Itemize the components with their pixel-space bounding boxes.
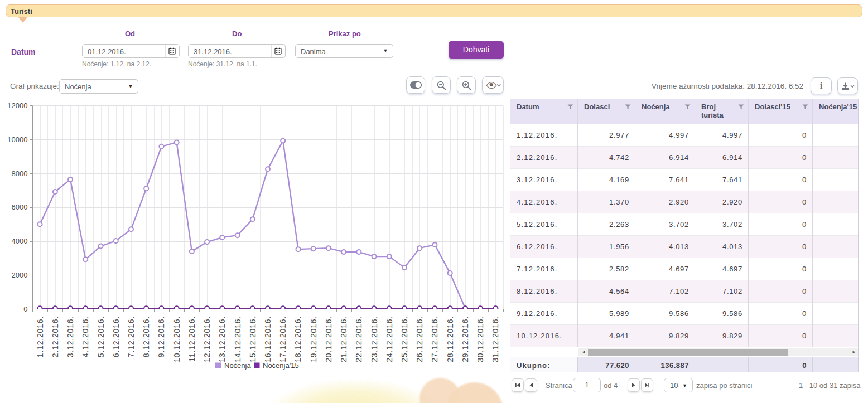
svg-text:22.12.2016.: 22.12.2016. (354, 316, 363, 362)
svg-text:30.12.2016.: 30.12.2016. (476, 316, 485, 362)
svg-text:7.12.2016.: 7.12.2016. (127, 316, 136, 357)
svg-text:31.12.2016.: 31.12.2016. (491, 316, 500, 362)
svg-text:26.12.2016.: 26.12.2016. (415, 316, 424, 362)
svg-text:19.12.2016.: 19.12.2016. (309, 316, 318, 362)
svg-text:24.12.2016.: 24.12.2016. (385, 316, 394, 362)
svg-text:8000: 8000 (12, 169, 28, 178)
svg-text:3.12.2016.: 3.12.2016. (66, 316, 75, 357)
svg-text:4000: 4000 (12, 237, 28, 245)
svg-text:Noćenja'15: Noćenja'15 (263, 361, 299, 370)
svg-text:16.12.2016.: 16.12.2016. (263, 316, 272, 362)
svg-text:6000: 6000 (12, 203, 28, 211)
svg-text:15.12.2016.: 15.12.2016. (248, 316, 257, 362)
svg-text:2.12.2016.: 2.12.2016. (51, 316, 60, 357)
svg-text:11.12.2016.: 11.12.2016. (187, 316, 196, 362)
svg-text:12.12.2016.: 12.12.2016. (202, 316, 211, 362)
svg-text:0: 0 (23, 305, 27, 313)
svg-text:29.12.2016.: 29.12.2016. (461, 316, 470, 362)
svg-text:Noćenja: Noćenja (224, 361, 251, 370)
svg-text:25.12.2016.: 25.12.2016. (400, 316, 409, 362)
svg-text:8.12.2016.: 8.12.2016. (142, 316, 151, 357)
svg-text:4.12.2016.: 4.12.2016. (81, 316, 90, 357)
svg-text:17.12.2016.: 17.12.2016. (278, 316, 287, 362)
svg-text:10.12.2016.: 10.12.2016. (172, 316, 181, 362)
svg-text:1.12.2016.: 1.12.2016. (36, 316, 45, 357)
svg-text:21.12.2016.: 21.12.2016. (339, 316, 348, 362)
svg-text:27.12.2016.: 27.12.2016. (430, 316, 439, 362)
svg-text:2000: 2000 (12, 271, 28, 279)
svg-text:20.12.2016.: 20.12.2016. (324, 316, 333, 362)
svg-text:6.12.2016.: 6.12.2016. (112, 316, 120, 357)
svg-text:28.12.2016.: 28.12.2016. (446, 316, 455, 362)
svg-text:5.12.2016.: 5.12.2016. (97, 316, 105, 357)
svg-text:23.12.2016.: 23.12.2016. (370, 316, 379, 362)
svg-text:9.12.2016.: 9.12.2016. (157, 316, 166, 357)
svg-text:13.12.2016.: 13.12.2016. (218, 316, 226, 362)
svg-text:14.12.2016.: 14.12.2016. (233, 316, 242, 362)
svg-text:10000: 10000 (7, 135, 27, 144)
svg-text:12000: 12000 (7, 101, 27, 110)
svg-text:18.12.2016.: 18.12.2016. (293, 316, 302, 362)
